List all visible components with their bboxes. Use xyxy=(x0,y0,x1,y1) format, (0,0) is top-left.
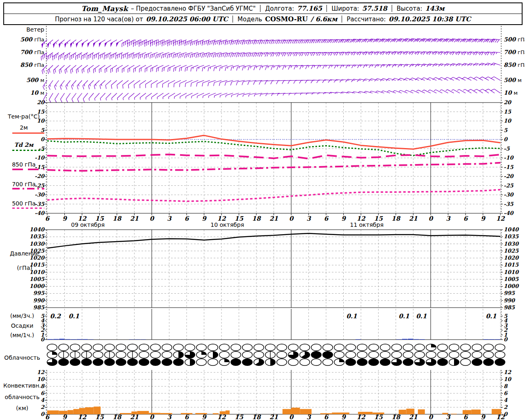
svg-text:1010: 1010 xyxy=(504,269,519,275)
wind-panel-title: Ветер xyxy=(8,26,44,33)
svg-text:6: 6 xyxy=(185,215,189,222)
svg-text:21: 21 xyxy=(409,215,418,222)
svg-text:0.1: 0.1 xyxy=(399,313,409,320)
svg-text:9: 9 xyxy=(341,215,346,222)
svg-text:995: 995 xyxy=(33,290,45,296)
svg-text:3: 3 xyxy=(306,215,311,222)
svg-text:1020: 1020 xyxy=(504,255,519,261)
svg-text:500 гПа: 500 гПа xyxy=(20,36,44,43)
meteogram-page: Tom_Maysk – Предоставлено ФГБУ "ЗапСиб У… xyxy=(0,0,525,420)
svg-text:9: 9 xyxy=(341,413,346,420)
svg-text:9: 9 xyxy=(481,215,486,222)
svg-text:985: 985 xyxy=(33,304,45,310)
svg-text:0: 0 xyxy=(504,336,508,342)
svg-text:-40: -40 xyxy=(504,210,514,216)
svg-text:6: 6 xyxy=(324,413,329,420)
legend-line-t2m xyxy=(12,132,44,134)
svg-text:3: 3 xyxy=(446,215,451,222)
svg-text:0: 0 xyxy=(429,413,434,420)
svg-text:10: 10 xyxy=(504,376,512,382)
svg-text:18: 18 xyxy=(392,215,401,222)
svg-text:-15: -15 xyxy=(504,164,514,170)
svg-text:3: 3 xyxy=(306,413,311,420)
svg-text:1000: 1000 xyxy=(30,283,45,289)
svg-text:4: 4 xyxy=(504,397,508,403)
svg-text:10: 10 xyxy=(37,376,45,382)
svg-text:1030: 1030 xyxy=(30,241,45,247)
svg-text:6: 6 xyxy=(45,215,50,222)
svg-text:9: 9 xyxy=(202,215,207,222)
svg-text:1005: 1005 xyxy=(504,276,519,282)
svg-text:0: 0 xyxy=(41,411,45,417)
svg-text:-30: -30 xyxy=(504,192,514,198)
svg-text:500 м: 500 м xyxy=(26,77,44,83)
svg-text:0: 0 xyxy=(150,215,155,222)
svg-text:1030: 1030 xyxy=(504,241,519,247)
svg-text:0.1: 0.1 xyxy=(486,313,496,320)
svg-text:1040: 1040 xyxy=(504,226,519,233)
svg-text:0: 0 xyxy=(150,413,155,420)
svg-text:1025: 1025 xyxy=(504,248,519,254)
svg-text:12: 12 xyxy=(496,413,505,420)
conv-panel-title-1: Конвективн. xyxy=(1,382,43,389)
svg-text:12: 12 xyxy=(496,215,505,222)
legend-line-td2m xyxy=(12,150,44,151)
svg-text:850 гПа: 850 гПа xyxy=(20,62,44,68)
svg-text:18: 18 xyxy=(392,413,401,420)
svg-text:0: 0 xyxy=(289,413,294,420)
svg-text:09 октября: 09 октября xyxy=(71,221,105,228)
svg-text:2: 2 xyxy=(504,404,508,410)
svg-text:3: 3 xyxy=(446,413,451,420)
svg-text:10 м: 10 м xyxy=(30,89,44,96)
svg-text:10 м: 10 м xyxy=(504,89,518,96)
svg-text:15: 15 xyxy=(374,413,383,420)
svg-text:6: 6 xyxy=(185,413,189,420)
svg-text:12: 12 xyxy=(357,413,366,420)
svg-text:700 гПа: 700 гПа xyxy=(504,49,525,55)
svg-text:20: 20 xyxy=(504,99,512,105)
svg-text:1035: 1035 xyxy=(504,233,519,240)
svg-text:3: 3 xyxy=(167,215,172,222)
legend-line-t500 xyxy=(12,208,44,209)
svg-text:995: 995 xyxy=(504,290,515,296)
svg-text:21: 21 xyxy=(269,215,278,222)
svg-text:12: 12 xyxy=(504,369,511,375)
svg-text:15: 15 xyxy=(95,413,104,420)
svg-text:10 октября: 10 октября xyxy=(210,221,244,228)
cloud-panel-title: Облачность xyxy=(1,354,43,361)
svg-text:3: 3 xyxy=(167,413,172,420)
legend-label-td2m: Td 2м xyxy=(3,142,44,148)
svg-text:500 гПа: 500 гПа xyxy=(504,36,525,43)
conv-panel-title-2: облачность xyxy=(1,394,43,400)
svg-text:18: 18 xyxy=(113,413,122,420)
legend-label-t700: 700 гПа xyxy=(3,181,44,187)
svg-text:850 гПа: 850 гПа xyxy=(504,62,525,68)
svg-text:15: 15 xyxy=(235,413,244,420)
svg-text:9: 9 xyxy=(202,413,207,420)
svg-text:11 октября: 11 октября xyxy=(350,221,383,228)
svg-text:10: 10 xyxy=(504,118,512,124)
svg-text:500 м: 500 м xyxy=(504,77,522,83)
svg-text:990: 990 xyxy=(33,297,45,304)
svg-text:-20: -20 xyxy=(504,173,514,179)
svg-text:21: 21 xyxy=(130,215,139,222)
svg-text:1015: 1015 xyxy=(504,262,519,268)
svg-text:18: 18 xyxy=(252,413,261,420)
svg-text:0.1: 0.1 xyxy=(416,313,427,320)
svg-text:-40: -40 xyxy=(35,210,45,216)
svg-text:18: 18 xyxy=(252,215,261,222)
svg-text:0.1: 0.1 xyxy=(346,313,357,320)
legend-label-t850: 850 гПа xyxy=(3,161,44,168)
legend-line-t700 xyxy=(12,188,44,189)
svg-text:0: 0 xyxy=(504,136,508,142)
svg-text:1040: 1040 xyxy=(30,226,45,233)
svg-text:-10: -10 xyxy=(35,155,45,161)
svg-text:8: 8 xyxy=(504,383,508,389)
svg-text:9: 9 xyxy=(481,413,486,420)
svg-text:18: 18 xyxy=(113,215,122,222)
svg-text:6: 6 xyxy=(463,413,468,420)
svg-text:0: 0 xyxy=(289,215,294,222)
svg-text:-10: -10 xyxy=(504,155,514,161)
svg-text:20: 20 xyxy=(37,99,45,105)
legend-line-t850 xyxy=(12,169,44,170)
